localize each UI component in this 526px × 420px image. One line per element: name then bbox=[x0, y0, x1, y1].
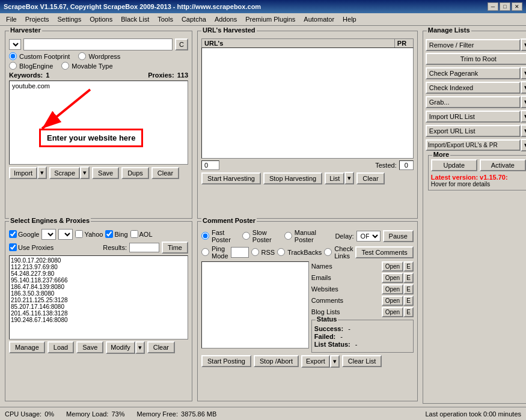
start-posting-button[interactable]: Start Posting bbox=[201, 355, 251, 367]
radio-movable[interactable]: Movable Type bbox=[61, 62, 112, 70]
menu-help[interactable]: Help bbox=[339, 14, 360, 24]
import-export-url-button[interactable]: Import/Export URL's & PR bbox=[426, 139, 521, 151]
menu-file[interactable]: File bbox=[2, 14, 20, 24]
list-dropdown-btn[interactable]: ▾ bbox=[344, 172, 354, 184]
radio-manual-poster[interactable]: Manual Poster bbox=[284, 229, 331, 243]
list-e-2[interactable]: E bbox=[403, 284, 414, 294]
list-e-0[interactable]: E bbox=[403, 261, 414, 272]
export-arrow[interactable]: ▾ bbox=[330, 355, 340, 368]
load-proxies-button[interactable]: Load bbox=[47, 341, 74, 353]
start-harvesting-button[interactable]: Start Harvesting bbox=[201, 172, 261, 184]
comment-textarea[interactable] bbox=[201, 261, 309, 348]
radio-rss[interactable]: RSS bbox=[251, 248, 275, 256]
import-dropdown-btn[interactable]: ▾ bbox=[37, 166, 47, 179]
close-button[interactable]: ✕ bbox=[512, 2, 522, 11]
proxy-item: 95.140.118.237:6666 bbox=[11, 277, 186, 284]
save-proxies-button[interactable]: Save bbox=[76, 341, 103, 353]
urls-list[interactable] bbox=[201, 47, 414, 159]
check-indexed-arrow[interactable]: ▾ bbox=[521, 81, 526, 94]
export-url-button[interactable]: Export URL List bbox=[426, 125, 521, 137]
import-btn-group[interactable]: Import ▾ bbox=[9, 166, 47, 179]
clear-button[interactable]: Clear bbox=[151, 167, 179, 179]
stop-harvesting-button[interactable]: Stop Harvesting bbox=[263, 172, 322, 184]
harvester-dropdown[interactable]: M bbox=[9, 39, 21, 50]
import-url-arrow[interactable]: ▾ bbox=[521, 110, 526, 123]
radio-blogengine[interactable]: BlogEngine bbox=[9, 62, 53, 70]
list-e-1[interactable]: E bbox=[403, 273, 414, 283]
manage-proxies-button[interactable]: Manage bbox=[9, 341, 45, 353]
clear-list-button[interactable]: Clear List bbox=[342, 355, 382, 367]
menu-options[interactable]: Options bbox=[86, 14, 116, 24]
delay-select[interactable]: OFF bbox=[356, 231, 381, 242]
export-button[interactable]: Export bbox=[301, 355, 330, 368]
col-urls-header: URL's bbox=[202, 39, 395, 47]
menu-settings[interactable]: Settings bbox=[54, 14, 85, 24]
trim-root-button[interactable]: Trim to Root bbox=[426, 53, 526, 65]
menu-addons[interactable]: Addons bbox=[211, 14, 240, 24]
proxy-list[interactable]: 190.0.17.202:8080 112.213.97.69:80 54.24… bbox=[9, 255, 188, 339]
modify-arrow[interactable]: ▾ bbox=[135, 341, 145, 354]
check-indexed-button[interactable]: Check Indexed bbox=[426, 82, 521, 94]
list-e-3[interactable]: E bbox=[403, 296, 414, 306]
bing-checkbox[interactable]: Bing bbox=[105, 230, 127, 238]
results-input[interactable]: 1000 bbox=[129, 243, 159, 252]
radio-wordpress[interactable]: Wordpress bbox=[78, 52, 120, 60]
yahoo-checkbox[interactable]: Yahoo bbox=[75, 230, 103, 238]
list-open-2[interactable]: Open bbox=[382, 284, 403, 294]
dups-button[interactable]: Dups bbox=[121, 167, 149, 179]
menu-blacklist[interactable]: Black List bbox=[117, 14, 153, 24]
list-open-1[interactable]: Open bbox=[382, 273, 403, 283]
stop-abort-button[interactable]: Stop /Abort bbox=[254, 355, 299, 367]
google-d-select[interactable]: D bbox=[41, 229, 56, 240]
scrape-btn-group[interactable]: Scrape ▾ bbox=[49, 166, 90, 179]
harvester-search-input[interactable] bbox=[23, 38, 173, 50]
import-button[interactable]: Import bbox=[9, 167, 37, 179]
radio-custom-footprint[interactable]: Custom Footprint bbox=[9, 52, 70, 60]
radio-check-links[interactable]: Check Links bbox=[324, 245, 353, 260]
aol-checkbox[interactable]: AOL bbox=[130, 230, 153, 238]
check-pagerank-arrow[interactable]: ▾ bbox=[521, 67, 526, 79]
remove-filter-arrow[interactable]: ▾ bbox=[521, 38, 526, 51]
clear-proxies-button[interactable]: Clear bbox=[147, 341, 175, 353]
import-url-button[interactable]: Import URL List bbox=[426, 111, 521, 123]
scrape-button[interactable]: Scrape bbox=[49, 167, 80, 179]
update-button[interactable]: Update bbox=[431, 159, 477, 171]
radio-slow-poster[interactable]: Slow Poster bbox=[242, 229, 282, 243]
keywords-textarea[interactable]: youtube.com bbox=[9, 81, 188, 165]
radio-trackbacks[interactable]: TrackBacks bbox=[277, 248, 322, 256]
ping-value-input[interactable]: 10 bbox=[231, 247, 249, 258]
modify-button[interactable]: Modify bbox=[106, 341, 135, 354]
grab-button[interactable]: Grab... bbox=[426, 96, 521, 108]
maximize-button[interactable]: □ bbox=[500, 2, 510, 11]
list-open-0[interactable]: Open bbox=[382, 261, 403, 272]
engines-title: Select Engines & Proxies bbox=[9, 217, 91, 224]
check-pagerank-button[interactable]: Check Pagerank bbox=[426, 67, 521, 79]
radio-fast-poster[interactable]: Fast Poster bbox=[201, 229, 240, 243]
menu-tools[interactable]: Tools bbox=[154, 14, 177, 24]
remove-filter-button[interactable]: Remove / Filter bbox=[426, 39, 521, 51]
menu-premium[interactable]: Premium Plugins bbox=[242, 14, 299, 24]
activate-button[interactable]: Activate bbox=[480, 159, 526, 171]
test-comments-button[interactable]: Test Comments bbox=[355, 246, 413, 258]
list-open-4[interactable]: Open bbox=[382, 307, 403, 317]
menu-automator[interactable]: Automator bbox=[300, 14, 338, 24]
list-button[interactable]: List bbox=[325, 172, 344, 184]
export-url-arrow[interactable]: ▾ bbox=[521, 124, 526, 137]
import-export-url-arrow[interactable]: ▾ bbox=[521, 139, 526, 151]
pause-button[interactable]: Pause bbox=[383, 230, 414, 242]
use-proxies-checkbox[interactable]: Use Proxies bbox=[9, 243, 54, 251]
harvester-c-button[interactable]: C bbox=[175, 38, 188, 50]
list-open-3[interactable]: Open bbox=[382, 296, 403, 306]
list-e-4[interactable]: E bbox=[403, 307, 414, 317]
radio-ping-mode[interactable]: Ping Mode bbox=[201, 245, 228, 260]
menu-captcha[interactable]: Captcha bbox=[178, 14, 210, 24]
grab-arrow[interactable]: ▾ bbox=[521, 96, 526, 108]
google-t-select[interactable]: T bbox=[58, 229, 73, 240]
save-button[interactable]: Save bbox=[92, 167, 119, 179]
google-checkbox[interactable]: Google bbox=[9, 230, 39, 238]
minimize-button[interactable]: ─ bbox=[488, 2, 498, 11]
urls-clear-button[interactable]: Clear bbox=[356, 172, 384, 184]
scrape-dropdown-btn[interactable]: ▾ bbox=[80, 166, 90, 179]
time-button[interactable]: Time bbox=[162, 242, 188, 254]
menu-projects[interactable]: Projects bbox=[22, 14, 53, 24]
